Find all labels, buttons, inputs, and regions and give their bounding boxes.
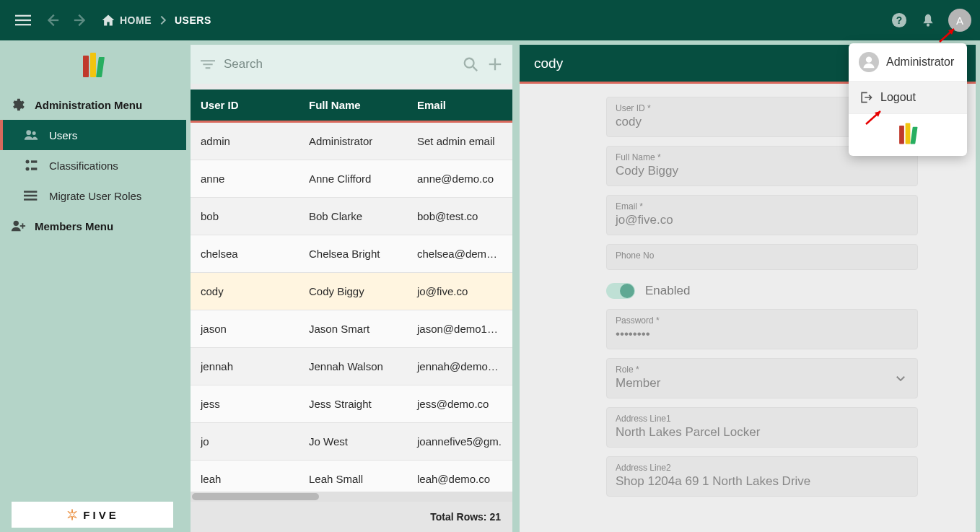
svg-rect-15 — [24, 195, 37, 197]
filter-icon[interactable] — [199, 56, 216, 73]
search-icon[interactable] — [462, 56, 479, 73]
chevron-right-icon — [157, 14, 169, 26]
add-icon[interactable] — [486, 56, 504, 73]
svg-point-10 — [26, 160, 30, 164]
cell-email: anne@demo.co — [407, 173, 512, 185]
popover-user[interactable]: Administrator — [849, 43, 967, 82]
users-icon — [23, 127, 39, 143]
breadcrumb-home-label: HOME — [120, 14, 152, 26]
forward-icon[interactable] — [66, 6, 95, 35]
brand-label: FIVE — [83, 509, 118, 521]
back-icon[interactable] — [38, 6, 66, 35]
cell-name: Jo West — [299, 435, 407, 448]
avatar-letter: A — [956, 14, 963, 27]
detail-title: cody — [534, 56, 563, 71]
breadcrumb: HOME USERS — [101, 6, 211, 35]
table-row[interactable]: leahLeah Smallleah@demo.co — [191, 461, 512, 492]
cell-id: jason — [191, 323, 299, 335]
field-address2[interactable]: Address Line2 Shop 1204a 69 1 North Lake… — [606, 456, 918, 497]
table-row[interactable]: codyCody Biggyjo@five.co — [191, 273, 512, 310]
gear-icon — [10, 97, 26, 113]
members-icon — [10, 218, 26, 234]
cell-email: chelsea@demo.co — [407, 248, 512, 260]
cell-name: Anne Clifford — [299, 173, 407, 185]
cell-name: Cody Biggy — [299, 285, 407, 297]
sidebar-item-label: Users — [49, 129, 77, 141]
table-body[interactable]: adminAdministratorSet admin emailanneAnn… — [191, 123, 512, 492]
cell-name: Administrator — [299, 135, 407, 147]
svg-point-27 — [866, 57, 872, 63]
cell-email: jess@demo.co — [407, 398, 512, 410]
search-input[interactable] — [224, 57, 455, 71]
bell-icon[interactable] — [914, 6, 942, 35]
svg-point-7 — [927, 24, 929, 27]
svg-line-24 — [473, 66, 477, 71]
help-icon[interactable]: ? — [885, 6, 914, 35]
sidebar-item-label: Classifications — [49, 160, 118, 172]
table-row[interactable]: jasonJason Smartjason@demo1235 — [191, 310, 512, 348]
sidebar-section-label: Administration Menu — [35, 99, 142, 111]
sidebar-item-users[interactable]: Users — [0, 120, 186, 150]
table-row[interactable]: chelseaChelsea Brightchelsea@demo.co — [191, 235, 512, 273]
svg-rect-16 — [24, 199, 37, 201]
field-password[interactable]: Password * •••••••• — [606, 309, 918, 349]
table-header: User ID Full Name Email — [191, 90, 512, 123]
sidebar-section-admin[interactable]: Administration Menu — [0, 90, 186, 120]
cell-id: admin — [191, 135, 299, 147]
horizontal-scrollbar[interactable] — [191, 492, 512, 502]
home-icon — [101, 13, 115, 27]
cell-id: jennah — [191, 360, 299, 372]
sidebar-section-members[interactable]: Members Menu — [0, 211, 186, 241]
table-row[interactable]: bobBob Clarkebob@test.co — [191, 198, 512, 235]
user-menu-popover: Administrator Logout — [849, 43, 967, 156]
sidebar-item-classifications[interactable]: Classifications — [0, 150, 186, 180]
popover-logout-label: Logout — [880, 91, 916, 104]
brand-footer: FIVE — [12, 502, 173, 528]
col-full-name[interactable]: Full Name — [299, 99, 407, 111]
table-row[interactable]: anneAnne Cliffordanne@demo.co — [191, 160, 512, 198]
sidebar: Administration Menu Users Classification… — [0, 40, 186, 532]
search-bar — [191, 45, 512, 84]
breadcrumb-page-label[interactable]: USERS — [175, 14, 211, 26]
svg-rect-20 — [201, 60, 215, 61]
list-icon — [23, 188, 39, 204]
table-row[interactable]: joJo Westjoannefive5@gm. — [191, 423, 512, 461]
cell-name: Jason Smart — [299, 323, 407, 335]
toggle-label: Enabled — [645, 284, 690, 298]
sidebar-item-label: Migrate User Roles — [49, 190, 141, 202]
sidebar-section-label: Members Menu — [35, 220, 113, 232]
cell-email: joannefive5@gm. — [407, 435, 512, 448]
cell-id: chelsea — [191, 248, 299, 260]
total-rows-label: Total Rows: 21 — [430, 511, 501, 523]
cell-id: cody — [191, 285, 299, 297]
sidebar-item-migrate[interactable]: Migrate User Roles — [0, 180, 186, 211]
cell-email: bob@test.co — [407, 210, 512, 222]
cell-email: leah@demo.co — [407, 473, 512, 485]
popover-logo — [849, 114, 967, 156]
table-row[interactable]: jennahJennah Walsonjennah@demo123 — [191, 348, 512, 385]
table-row[interactable]: adminAdministratorSet admin email — [191, 123, 512, 160]
cell-name: Leah Small — [299, 473, 407, 485]
svg-point-8 — [26, 130, 31, 135]
popover-logout[interactable]: Logout — [849, 82, 967, 114]
cell-email: jennah@demo123 — [407, 360, 512, 372]
user-avatar-icon — [859, 52, 879, 72]
svg-rect-13 — [31, 167, 37, 170]
col-email[interactable]: Email — [407, 99, 512, 111]
toggle-enabled[interactable] — [606, 283, 635, 299]
field-phone[interactable]: Phone No — [606, 244, 918, 270]
table: User ID Full Name Email adminAdministrat… — [191, 90, 512, 532]
avatar[interactable]: A — [948, 9, 971, 32]
field-role[interactable]: Role * Member — [606, 358, 918, 398]
cell-name: Bob Clarke — [299, 210, 407, 222]
breadcrumb-home[interactable]: HOME — [101, 6, 152, 35]
field-email[interactable]: Email * jo@five.co — [606, 195, 918, 235]
hamburger-icon[interactable] — [9, 6, 38, 35]
col-user-id[interactable]: User ID — [191, 99, 299, 111]
cell-email: jo@five.co — [407, 285, 512, 297]
table-panel: User ID Full Name Email adminAdministrat… — [191, 45, 512, 532]
table-row[interactable]: jessJess Straightjess@demo.co — [191, 385, 512, 423]
five-logo-icon — [66, 508, 79, 521]
svg-rect-21 — [203, 64, 212, 65]
field-address1[interactable]: Address Line1 North Lakes Parcel Locker — [606, 407, 918, 448]
